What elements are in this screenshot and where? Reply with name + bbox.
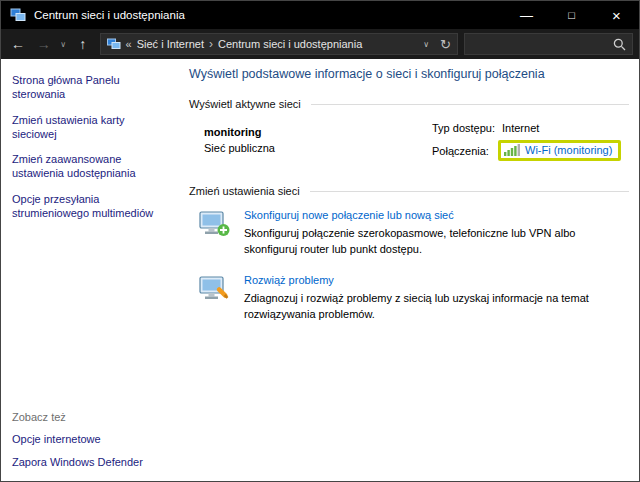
network-details: Typ dostępu: Internet Połączenia: [432,122,629,167]
address-bar[interactable]: « Sieć i Internet › Centrum sieci i udos… [100,33,458,55]
app-icon [10,7,26,23]
sidebar-item-defender-firewall[interactable]: Zapora Windows Defender [12,455,143,469]
sidebar: Strona główna Panelu sterowania Zmień us… [1,59,181,481]
network-name: monitoring [204,126,432,138]
section-divider [311,104,629,105]
wifi-connection-link[interactable]: Wi-Fi (monitoring) [525,144,612,156]
access-type-value: Internet [502,122,539,134]
troubleshoot-link[interactable]: Rozwiąż problemy [244,274,334,286]
troubleshoot-icon [198,274,232,323]
network-sharing-center-window: Centrum sieci i udostępniania — □ × ← → … [0,0,640,482]
active-networks-header-label: Wyświetl aktywne sieci [189,98,301,110]
new-connection-icon [198,209,232,258]
refresh-icon[interactable]: ↻ [440,37,451,52]
connections-row: Połączenia: Wi [432,140,629,161]
network-identity: monitoring Sieć publiczna [204,122,432,167]
up-button[interactable]: ↑ [70,29,96,59]
troubleshoot-description: Zdiagnozuj i rozwiąż problemy z siecią l… [244,291,629,323]
sidebar-item-control-panel-home[interactable]: Strona główna Panelu sterowania [12,73,162,102]
change-settings-header-label: Zmień ustawienia sieci [189,185,300,197]
network-profile: Sieć publiczna [204,142,432,154]
window-title: Centrum sieci i udostępniania [34,9,185,21]
setup-new-connection-link[interactable]: Skonfiguruj nowe połączenie lub nową sie… [244,209,454,221]
maximize-button[interactable]: □ [549,1,594,29]
breadcrumb-parent[interactable]: Sieć i Internet [137,38,204,50]
task-troubleshoot: Rozwiąż problemy Zdiagnozuj i rozwiąż pr… [198,274,629,323]
address-bar-controls: ∨ ↻ [423,37,451,52]
task-text: Rozwiąż problemy Zdiagnozuj i rozwiąż pr… [244,274,629,323]
search-box[interactable] [464,33,633,55]
main-content: Wyświetl podstawowe informacje o sieci i… [181,59,639,481]
sidebar-item-adapter-settings[interactable]: Zmień ustawienia karty sieciowej [12,113,162,142]
close-button[interactable]: × [594,1,639,29]
location-icon [107,38,121,50]
change-settings-section-header: Zmień ustawienia sieci [189,185,629,197]
see-also-section: Zobacz też Opcje internetowe Zapora Wind… [12,411,143,469]
history-dropdown-icon[interactable]: ∨ [57,29,70,59]
address-dropdown-icon[interactable]: ∨ [423,40,429,49]
navigation-toolbar: ← → ∨ ↑ « Sieć i Internet › Centrum siec… [1,29,639,59]
search-input[interactable] [471,38,613,50]
access-type-row: Typ dostępu: Internet [432,122,629,134]
back-button[interactable]: ← [5,29,31,59]
breadcrumb-current[interactable]: Centrum sieci i udostępniania [218,38,362,50]
wifi-signal-icon [504,144,520,156]
breadcrumb-collapsed-icon[interactable]: « [126,38,132,50]
minimize-button[interactable]: — [504,1,549,29]
sidebar-item-internet-options[interactable]: Opcje internetowe [12,432,143,446]
breadcrumb-separator-icon: › [209,37,213,51]
task-setup-new-connection: Skonfiguruj nowe połączenie lub nową sie… [198,209,629,258]
search-icon[interactable] [613,38,626,51]
page-title: Wyświetl podstawowe informacje o sieci i… [189,67,629,81]
window-body: Strona główna Panelu sterowania Zmień us… [1,59,639,481]
section-divider [310,191,629,192]
setup-new-connection-description: Skonfiguruj połączenie szerokopasmowe, t… [244,226,629,258]
access-type-label: Typ dostępu: [432,122,502,134]
sidebar-item-advanced-sharing[interactable]: Zmień zaawansowane ustawienia udostępnia… [12,152,162,181]
task-text: Skonfiguruj nowe połączenie lub nową sie… [244,209,629,258]
see-also-header: Zobacz też [12,411,143,423]
active-network-row: monitoring Sieć publiczna Typ dostępu: I… [204,122,629,167]
connections-label: Połączenia: [432,145,502,157]
window-controls: — □ × [504,1,639,29]
sidebar-item-media-streaming[interactable]: Opcje przesyłania strumieniowego multime… [12,192,162,221]
connection-highlight-annotation: Wi-Fi (monitoring) [498,140,621,161]
titlebar: Centrum sieci i udostępniania — □ × [1,1,639,29]
active-networks-section-header: Wyświetl aktywne sieci [189,98,629,110]
forward-button[interactable]: → [31,29,57,59]
